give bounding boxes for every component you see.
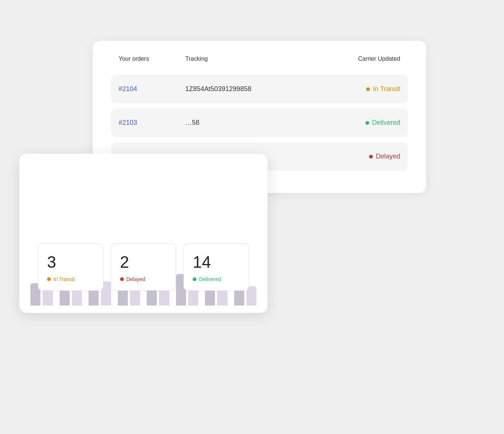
status-dot-delivered <box>193 277 196 281</box>
status-dot-delivered <box>365 121 369 125</box>
status-label: In Transit <box>373 85 400 93</box>
status-dot-transit <box>47 277 51 281</box>
order-row[interactable]: #2104 1Z854At50391299858 In Transit <box>111 75 408 103</box>
stat-label-transit: In Transit <box>47 276 75 282</box>
order-status: In Transit <box>319 85 400 93</box>
stat-box-transit: 3 In Transit <box>38 243 103 291</box>
stat-number-delivered: 14 <box>193 254 211 270</box>
stat-box-delivered: 14 Delivered <box>183 243 249 291</box>
stat-label-delayed: Delayed <box>120 276 145 282</box>
order-tracking: 1Z854At50391299858 <box>185 85 319 93</box>
status-label: Delayed <box>376 153 400 160</box>
status-dot-transit <box>366 87 370 91</box>
stat-label-text: Delayed <box>126 276 145 282</box>
header-carrier: Carrier Updated <box>319 56 400 62</box>
status-label: Delivered <box>372 119 400 127</box>
stat-number-delayed: 2 <box>120 254 129 270</box>
order-tracking: …58 <box>185 119 319 127</box>
stats-card: 3 In Transit 2 Delayed 14 Delivered <box>19 154 268 313</box>
stat-label-text: In Transit <box>53 276 75 282</box>
orders-table-header: Your orders Tracking Carrier Updated <box>111 56 408 70</box>
stat-box-delayed: 2 Delayed <box>111 243 176 291</box>
order-id: #2103 <box>119 119 185 127</box>
order-id: #2104 <box>119 85 185 93</box>
order-row[interactable]: #2103 …58 Delivered <box>111 108 408 137</box>
stat-label-text: Delivered <box>199 276 221 282</box>
stat-boxes: 3 In Transit 2 Delayed 14 Delivered <box>38 243 249 291</box>
status-dot-delayed <box>369 155 373 158</box>
stat-number-transit: 3 <box>47 254 56 270</box>
order-status: Delivered <box>319 119 400 127</box>
header-tracking: Tracking <box>185 56 319 62</box>
bar <box>205 290 215 306</box>
order-status: Delayed <box>319 153 400 160</box>
stat-label-delivered: Delivered <box>193 276 221 282</box>
header-orders: Your orders <box>119 56 185 62</box>
status-dot-delayed <box>120 277 124 281</box>
